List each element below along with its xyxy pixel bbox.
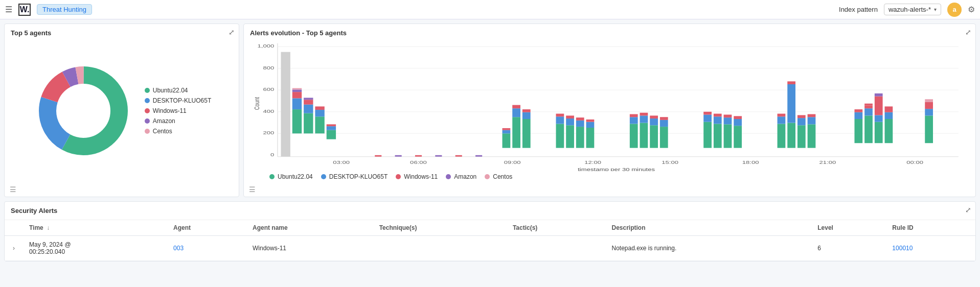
x-label-18: 18:00 [742, 160, 759, 165]
col-rule-id[interactable]: Rule ID [886, 220, 975, 236]
legend-item-amazon: Amazon [145, 117, 211, 125]
donut-center [58, 85, 109, 136]
svg-rect-11 [292, 88, 302, 90]
svg-rect-77 [787, 84, 795, 123]
svg-rect-37 [556, 124, 564, 148]
hamburger-icon[interactable]: ☰ [5, 5, 12, 14]
col-techniques[interactable]: Technique(s) [373, 220, 507, 236]
col-level[interactable]: Level [811, 220, 886, 236]
legend-dot-ubuntu [145, 88, 150, 93]
y-label-1000: 1,000 [258, 43, 275, 49]
y-label-400: 400 [263, 108, 274, 113]
svg-rect-90 [864, 106, 873, 109]
legend-label-amazon2: Amazon [454, 173, 476, 180]
svg-rect-82 [808, 124, 816, 148]
agent-link[interactable]: 003 [173, 245, 184, 252]
table-row: › May 9, 2024 @ 00:25:20.040 003 Windows… [5, 236, 975, 261]
legend-dot-desktop [145, 98, 150, 103]
top5-agents-title: Top 5 agents [5, 24, 239, 39]
col-time[interactable]: Time ↓ [23, 220, 167, 236]
legend-dot-amazon2 [446, 174, 451, 179]
legend-label-desktop2: DESKTOP-KLUO65T [329, 173, 388, 180]
index-pattern-select[interactable]: wazuh-alerts-* ▾ [884, 4, 941, 15]
col-agent[interactable]: Agent [167, 220, 246, 236]
bar-group-18-2 [714, 114, 722, 148]
svg-rect-41 [566, 118, 574, 125]
col-agent-name[interactable]: Agent name [246, 220, 373, 236]
x-label-00: 00:00 [906, 160, 923, 165]
legend-item-centos: Centos [145, 128, 211, 135]
svg-rect-24 [415, 155, 422, 157]
y-axis-label: Count [254, 97, 261, 110]
bar-group-sparse1 [375, 155, 381, 157]
bar-group-sparse6 [475, 155, 482, 157]
alerts-evolution-expand-button[interactable]: ⤢ [965, 28, 971, 36]
legend-label-desktop: DESKTOP-KLUO65T [153, 97, 211, 104]
legend-dot-amazon [145, 118, 150, 124]
legend-item-windows2: Windows-11 [396, 173, 438, 180]
svg-rect-76 [787, 123, 795, 148]
bar-group-21-2 [787, 81, 795, 148]
bar-group-09-2 [512, 105, 520, 148]
bar-group-21-1 [778, 114, 786, 148]
bar-group-18-3 [724, 115, 732, 148]
svg-rect-97 [885, 112, 893, 119]
svg-rect-31 [512, 117, 520, 148]
bar-group-00-1 [854, 109, 862, 143]
svg-rect-79 [797, 125, 806, 148]
bar-group-18-4 [734, 116, 742, 148]
top5-agents-expand-button[interactable]: ⤢ [229, 28, 235, 36]
bar-group-09-3 [522, 109, 531, 148]
svg-rect-102 [925, 99, 933, 102]
col-tactics[interactable]: Tactic(s) [507, 220, 606, 236]
svg-rect-30 [503, 128, 511, 130]
svg-rect-18 [315, 106, 324, 110]
bar-group-09-1 [503, 128, 511, 148]
cell-agent: 003 [167, 236, 246, 261]
svg-rect-23 [395, 155, 402, 157]
top5-agents-panel: Top 5 agents ⤢ [4, 23, 239, 197]
legend-dot-centos [145, 129, 150, 134]
alerts-bottom-icon[interactable]: ☰ [244, 182, 975, 197]
svg-rect-50 [630, 117, 638, 124]
svg-rect-93 [875, 115, 883, 122]
bar-group-4 [315, 106, 324, 133]
x-axis-label: timestamp per 30 minutes [578, 167, 655, 171]
rule-id-link[interactable]: 100010 [892, 245, 913, 252]
svg-rect-14 [304, 100, 313, 104]
security-alerts-expand-button[interactable]: ⤢ [965, 206, 971, 214]
svg-rect-67 [724, 124, 732, 148]
svg-rect-16 [315, 116, 324, 133]
legend-dot-windows2 [396, 174, 401, 179]
svg-rect-45 [576, 117, 584, 121]
svg-rect-62 [703, 115, 712, 122]
svg-rect-15 [304, 98, 313, 100]
top5-bottom-icon[interactable]: ☰ [5, 182, 239, 197]
svg-rect-32 [512, 108, 520, 117]
svg-rect-39 [556, 114, 564, 117]
logo: W. [18, 4, 31, 16]
svg-rect-91 [864, 104, 873, 106]
svg-rect-8 [292, 98, 302, 109]
svg-rect-17 [315, 110, 324, 116]
svg-rect-61 [703, 122, 712, 148]
legend-item-desktop2: DESKTOP-KLUO65T [321, 173, 388, 180]
svg-rect-89 [864, 108, 873, 115]
col-description[interactable]: Description [605, 220, 811, 236]
bar-group-5 [327, 124, 336, 139]
svg-rect-22 [375, 155, 381, 157]
row-expand-button[interactable]: › [11, 245, 17, 252]
security-alerts-panel: ⤢ Security Alerts Time ↓ Agent Agent nam… [4, 201, 976, 261]
svg-rect-66 [714, 114, 722, 117]
top5-legend: Ubuntu22.04 DESKTOP-KLUO65T Windows-11 A… [145, 87, 211, 135]
svg-rect-98 [885, 106, 893, 112]
chevron-down-icon: ▾ [934, 7, 937, 12]
svg-rect-59 [660, 120, 668, 127]
settings-icon[interactable]: ⚙ [968, 5, 975, 14]
legend-item-desktop: DESKTOP-KLUO65T [145, 97, 211, 104]
bar-group-15-1 [630, 114, 638, 148]
user-avatar[interactable]: a [947, 3, 962, 17]
cell-agent-name: Windows-11 [246, 236, 373, 261]
col-expand [5, 220, 23, 236]
svg-rect-33 [512, 105, 520, 109]
